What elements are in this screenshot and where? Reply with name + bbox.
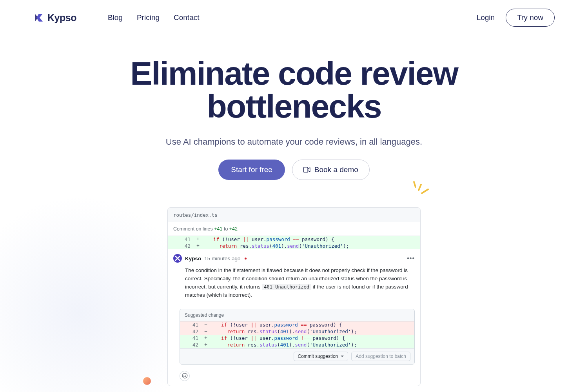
suggestion-actions: Commit suggestion Add suggestion to batc… — [180, 348, 414, 364]
review-card: routes/index.ts Comment on lines +41 to … — [167, 207, 421, 386]
diff-sign: + — [194, 243, 201, 249]
comment-to: +42 — [229, 226, 238, 232]
diff-sign: − — [202, 321, 209, 328]
nav: Blog Pricing Contact — [108, 13, 200, 22]
more-options-icon[interactable]: ••• — [407, 255, 415, 262]
nav-pricing[interactable]: Pricing — [137, 13, 160, 22]
avatar-next — [143, 377, 151, 385]
add-to-batch-button[interactable]: Add suggestion to batch — [351, 352, 410, 361]
code-content: return res.status(401).send('Unauthorize… — [201, 243, 349, 249]
suggested-change-box: Suggested change 41 − if (!user || user.… — [180, 309, 415, 365]
start-for-free-button[interactable]: Start for free — [218, 160, 285, 180]
diff-sign: − — [202, 328, 209, 335]
comment-lines-prefix: Comment on lines — [173, 226, 214, 232]
logo[interactable]: Kypso — [33, 12, 76, 24]
comment-to-word: to — [222, 226, 229, 232]
comment-text: The condition in the if statement is fla… — [173, 267, 415, 299]
commenter-row: Kypso 15 minutes ago ••• — [173, 254, 415, 263]
svg-rect-0 — [304, 167, 308, 172]
status-dot-icon — [245, 258, 247, 260]
diff-sign: + — [202, 335, 209, 341]
line-number: 41 — [168, 236, 194, 243]
svg-point-1 — [182, 373, 187, 378]
video-icon — [303, 167, 310, 172]
code-line: 41 + if (!user || user.password == passw… — [168, 236, 420, 243]
nav-blog[interactable]: Blog — [108, 13, 123, 22]
accent-icon — [411, 180, 432, 201]
card-header: routes/index.ts — [168, 208, 420, 222]
commit-label: Commit suggestion — [298, 354, 338, 359]
page-headline: Eliminate code review bottlenecks — [98, 57, 490, 123]
svg-point-3 — [185, 375, 186, 376]
avatar[interactable] — [173, 254, 182, 263]
line-number: 42 — [180, 341, 202, 348]
cta-row: Start for free Book a demo — [0, 160, 588, 180]
diff-sign: + — [194, 236, 201, 243]
code-line: 41 − if (!user || user.password == passw… — [180, 321, 414, 328]
book-demo-button[interactable]: Book a demo — [292, 160, 370, 180]
book-demo-label: Book a demo — [314, 165, 358, 174]
code-content: return res.status(401).send('Unauthorize… — [209, 328, 357, 335]
code-chip: 401 Unauthorized — [262, 284, 311, 290]
add-reaction-button[interactable] — [180, 371, 190, 381]
commit-suggestion-button[interactable]: Commit suggestion — [294, 352, 348, 361]
comment-lines-info: Comment on lines +41 to +42 — [168, 222, 420, 236]
suggested-change-header: Suggested change — [180, 309, 414, 321]
file-name: routes/index.ts — [173, 212, 218, 218]
code-content: if (!user || user.password == password) … — [201, 236, 334, 243]
commenter-name[interactable]: Kypso — [185, 256, 201, 261]
diff-sign: + — [202, 341, 209, 348]
smiley-icon — [182, 373, 188, 379]
avatar-x-icon — [175, 256, 180, 261]
reaction-row — [168, 368, 420, 386]
chevron-down-icon — [341, 356, 344, 357]
try-now-button[interactable]: Try now — [506, 9, 555, 27]
code-content: if (!user || user.password == password) … — [209, 321, 342, 328]
code-line: 42 + return res.status(401).send('Unauth… — [168, 243, 420, 249]
logo-text: Kypso — [47, 12, 76, 24]
code-block-suggestion: 41 − if (!user || user.password == passw… — [180, 321, 414, 348]
line-number: 42 — [168, 243, 194, 249]
nav-contact[interactable]: Contact — [174, 13, 199, 22]
login-link[interactable]: Login — [477, 13, 495, 22]
code-line: 42 + return res.status(401).send('Unauth… — [180, 341, 414, 348]
site-header: Kypso Blog Pricing Contact Login Try now — [0, 0, 588, 35]
line-number: 41 — [180, 335, 202, 341]
page-subhead: Use AI champions to automate your code r… — [0, 137, 588, 147]
code-line: 42 − return res.status(401).send('Unauth… — [180, 328, 414, 335]
comment-time: 15 minutes ago — [204, 256, 240, 261]
code-content: return res.status(401).send('Unauthorize… — [209, 341, 357, 348]
code-line: 41 + if (!user || user.password !== pass… — [180, 335, 414, 341]
comment-from: +41 — [214, 226, 222, 232]
line-number: 42 — [180, 328, 202, 335]
code-content: if (!user || user.password !== password)… — [209, 335, 345, 341]
svg-point-2 — [183, 375, 184, 376]
line-number: 41 — [180, 321, 202, 328]
logo-icon — [33, 12, 44, 23]
code-block-original: 41 + if (!user || user.password == passw… — [168, 236, 420, 249]
comment-body: Kypso 15 minutes ago ••• The condition i… — [168, 249, 420, 304]
